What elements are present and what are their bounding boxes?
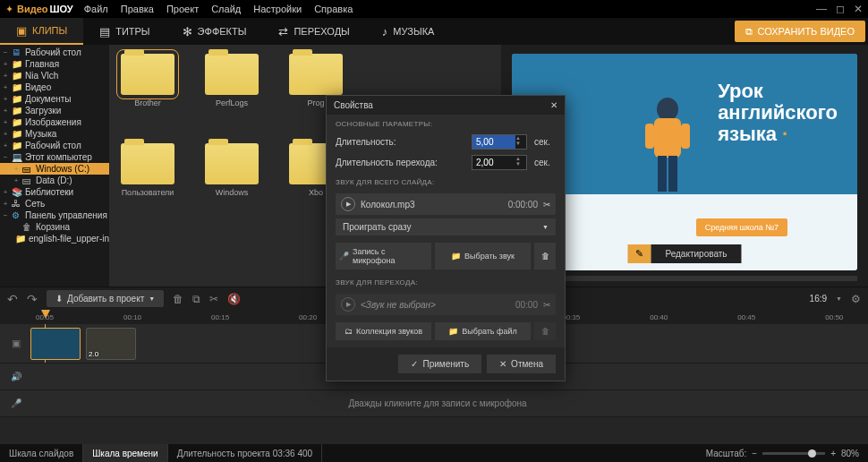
- tree-libs[interactable]: +📚Библиотеки: [0, 186, 109, 198]
- undo-button[interactable]: ↶: [7, 292, 18, 306]
- play-audio-button[interactable]: ▶: [341, 197, 355, 211]
- transition-duration-label: Длительность перехода:: [336, 158, 464, 167]
- dialog-titlebar[interactable]: Свойства ✕: [327, 96, 565, 115]
- spin-down-icon[interactable]: ▼: [515, 161, 526, 167]
- zoom-slider[interactable]: [762, 452, 825, 455]
- window-close-icon[interactable]: ✕: [854, 3, 863, 15]
- tab-music[interactable]: ♪МУЗЫКА: [366, 18, 451, 45]
- tree-cpanel[interactable]: −⚙Панель управления: [0, 210, 109, 221]
- redo-button[interactable]: ↷: [27, 292, 38, 306]
- properties-dialog: Свойства ✕ ОСНОВНЫЕ ПАРАМЕТРЫ: Длительно…: [326, 95, 566, 381]
- app-name-2: ШОУ: [50, 4, 73, 14]
- tree-downloads[interactable]: +📁Загрузки: [0, 105, 109, 116]
- spin-down-icon[interactable]: ▼: [515, 141, 526, 146]
- timeline-clip-2[interactable]: 2.0: [86, 328, 136, 360]
- music-icon: ♪: [382, 25, 388, 38]
- tree-data-d[interactable]: +🖴Data (D:): [0, 175, 109, 186]
- scissors-icon[interactable]: ✂: [543, 300, 550, 310]
- folder-icon: 📁: [448, 327, 458, 336]
- save-video-button[interactable]: ⧉СОХРАНИТЬ ВИДЕО: [735, 21, 865, 42]
- download-icon: ⬇: [55, 294, 63, 304]
- tree-home[interactable]: +📁Главная: [0, 58, 109, 70]
- tree-docs[interactable]: +📁Документы: [0, 93, 109, 105]
- folder-windows[interactable]: Windows: [200, 143, 263, 197]
- library-icon: 🗂: [345, 327, 353, 336]
- zoom-label: Масштаб:: [706, 449, 747, 458]
- folder-brother[interactable]: Brother: [116, 54, 179, 107]
- window-maximize-icon[interactable]: ◻: [836, 3, 845, 15]
- menu-project[interactable]: Проект: [166, 4, 199, 14]
- play-audio-button[interactable]: ▶: [341, 297, 355, 312]
- statusbar: Шкала слайдов Шкала времени Длительность…: [0, 444, 868, 462]
- project-duration: Длительность проекта 03:36 400: [168, 444, 322, 462]
- scissors-icon[interactable]: ✂: [543, 200, 550, 210]
- chevron-down-icon[interactable]: ▼: [836, 295, 842, 302]
- sound-collection-button[interactable]: 🗂Коллекция звуков: [336, 322, 431, 340]
- unit-label: сек.: [534, 137, 556, 147]
- folder-perflogs[interactable]: PerfLogs: [200, 54, 263, 107]
- dialog-footer: ✓Применить ✕Отмена: [327, 347, 565, 381]
- tree-images[interactable]: +📁Изображения: [0, 116, 109, 128]
- tree-music[interactable]: +📁Музыка: [0, 128, 109, 140]
- folder-tree: −🖥Рабочий стол +📁Главная +📁Nia Vlch +📁Ви…: [0, 45, 109, 287]
- zoom-out-icon[interactable]: −: [752, 449, 757, 458]
- tree-windows-c[interactable]: +🖴Windows (C:): [0, 163, 109, 175]
- settings-icon[interactable]: ⚙: [851, 293, 861, 305]
- tree-trash[interactable]: 🗑Корзина: [0, 221, 109, 233]
- transition-duration-input[interactable]: ▲▼: [472, 155, 527, 170]
- view-timeline-button[interactable]: Шкала времени: [83, 444, 167, 462]
- mute-button[interactable]: 🔇: [227, 293, 241, 305]
- slide-audio-buttons: 🎤Запись с микрофона 📁Выбрать звук 🗑: [327, 239, 565, 273]
- zoom-in-icon[interactable]: +: [830, 449, 836, 458]
- speaker-icon: 🔊: [7, 372, 25, 381]
- svg-rect-3: [668, 156, 677, 192]
- duration-input[interactable]: ▲▼: [472, 134, 527, 150]
- dialog-close-icon[interactable]: ✕: [550, 100, 557, 110]
- folder-icon: [121, 54, 174, 95]
- folder-users[interactable]: Пользователи: [116, 143, 179, 197]
- cancel-button[interactable]: ✕Отмена: [487, 355, 556, 373]
- menu-edit[interactable]: Правка: [121, 4, 154, 14]
- tree-nia[interactable]: +📁Nia Vlch: [0, 70, 109, 81]
- app-logo-icon: ✦: [5, 4, 13, 15]
- menu-help[interactable]: Справка: [314, 4, 353, 14]
- save-video-label: СОХРАНИТЬ ВИДЕО: [758, 26, 855, 37]
- mic-track-hint: Дважды кликните для записи с микрофона: [348, 398, 526, 408]
- tab-effects[interactable]: ✻ЭФФЕКТЫ: [166, 18, 263, 45]
- tree-video[interactable]: +📁Видео: [0, 81, 109, 93]
- timeline-clip-1[interactable]: [30, 328, 81, 360]
- window-minimize-icon[interactable]: —: [816, 3, 827, 15]
- tree-thispc[interactable]: −💻Этот компьютер: [0, 151, 109, 163]
- tab-transitions[interactable]: ⇄ПЕРЕХОДЫ: [262, 18, 365, 45]
- effects-icon: ✻: [183, 25, 192, 38]
- play-mode-select[interactable]: Проиграть сразу ▼: [336, 218, 556, 235]
- tab-titles[interactable]: ▤ТИТРЫ: [83, 18, 166, 45]
- tab-titles-label: ТИТРЫ: [115, 26, 149, 37]
- pick-sound-button[interactable]: 📁Выбрать звук: [435, 243, 531, 270]
- delete-audio-button[interactable]: 🗑: [534, 243, 556, 270]
- add-to-project-button[interactable]: ⬇Добавить в проект▼: [47, 290, 164, 307]
- aspect-ratio[interactable]: 16:9: [810, 294, 827, 304]
- preview-title: Урок английского языка ·: [718, 81, 838, 146]
- menu-settings[interactable]: Настройки: [253, 4, 302, 14]
- tab-clips[interactable]: ▣КЛИПЫ: [0, 18, 83, 45]
- folder-icon: [121, 143, 174, 184]
- transition-audio-buttons: 🗂Коллекция звуков 📁Выбрать файл 🗑: [327, 319, 565, 344]
- apply-button[interactable]: ✓Применить: [398, 355, 481, 373]
- tree-engfile[interactable]: 📁english-file_upper-intermed: [0, 233, 109, 244]
- record-mic-button[interactable]: 🎤Запись с микрофона: [336, 243, 431, 270]
- menu-slide[interactable]: Слайд: [211, 4, 241, 14]
- copy-button[interactable]: ⧉: [192, 293, 200, 305]
- menu-file[interactable]: Файл: [84, 4, 108, 14]
- delete-button[interactable]: 🗑: [173, 293, 183, 305]
- mic-track[interactable]: 🎤 Дважды кликните для записи с микрофона: [0, 390, 868, 417]
- tree-desktop[interactable]: −🖥Рабочий стол: [0, 47, 109, 58]
- view-slides-button[interactable]: Шкала слайдов: [0, 444, 83, 462]
- delete-transition-audio-button[interactable]: 🗑: [534, 322, 556, 340]
- cut-button[interactable]: ✂: [209, 293, 218, 305]
- pick-file-button[interactable]: 📁Выбрать файл: [435, 322, 531, 340]
- section-main-params: ОСНОВНЫЕ ПАРАМЕТРЫ:: [327, 115, 565, 132]
- tree-desktop2[interactable]: +📁Рабочий стол: [0, 140, 109, 151]
- edit-slide-button[interactable]: ✎ Редактировать: [627, 244, 741, 263]
- tree-network[interactable]: +🖧Сеть: [0, 198, 109, 210]
